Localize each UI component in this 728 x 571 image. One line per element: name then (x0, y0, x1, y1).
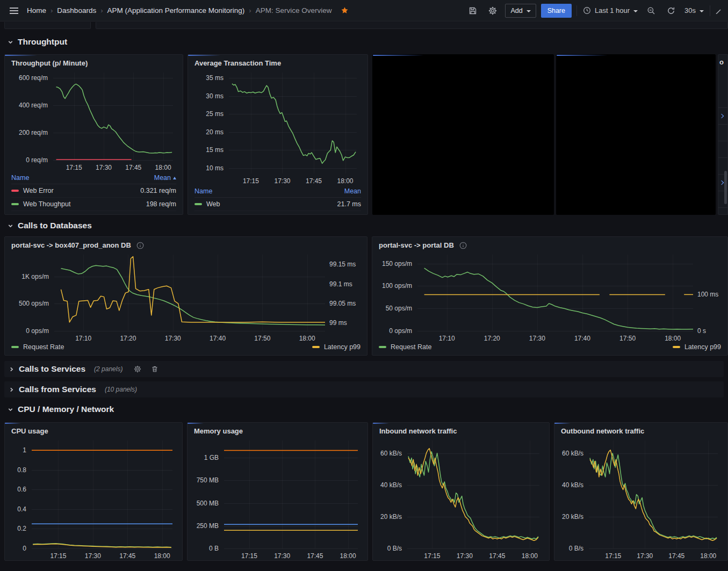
scrollbar-thumb[interactable] (724, 171, 727, 204)
legend-row: Web Error0.321 req/m (11, 184, 176, 198)
series-color-swatch (11, 190, 19, 192)
breadcrumb-home[interactable]: Home (27, 6, 46, 15)
time-series-chart[interactable]: 10 ms15 ms20 ms25 ms30 ms35 ms17:1517:30… (191, 68, 364, 185)
section-header-cpu-memory-network[interactable]: CPU / Memory / Network (8, 403, 114, 416)
section-row-calls-to-services[interactable]: Calls to Services (2 panels) (4, 361, 724, 377)
y-axis-label: 0.2 (8, 525, 26, 532)
legend-header-mean[interactable]: Mean (344, 187, 361, 195)
section-header-throughput[interactable]: Throughtput (8, 35, 67, 48)
zoom-out-icon[interactable] (644, 3, 659, 18)
row-settings-gear-icon[interactable] (131, 363, 144, 375)
section-row-calls-from-services[interactable]: Calls from Services (10 panels) (4, 381, 724, 397)
y-axis-label: 750 MB (191, 476, 219, 484)
refresh-interval-picker[interactable]: 30s (683, 6, 705, 15)
y-axis-label: 0.6 (8, 486, 26, 493)
link-fragment-icon (719, 180, 724, 185)
legend-header-name[interactable]: Name (11, 174, 29, 182)
gridline (54, 331, 325, 331)
x-axis-label: 18:00 (299, 335, 315, 342)
x-axis-label: 17:30 (274, 177, 290, 185)
x-axis-label: 18:00 (700, 552, 716, 560)
chart-canvas[interactable] (54, 255, 325, 331)
share-button[interactable]: Share (541, 4, 572, 18)
nav-actions: Add Share Last 1 hour 30s (465, 3, 722, 18)
save-dashboard-icon[interactable] (465, 3, 480, 18)
x-axis-label: 18:00 (340, 552, 356, 560)
time-series-chart[interactable]: 0 ops/m500 ops/m1K ops/m99 ms99.05 ms99.… (8, 250, 364, 343)
time-range-picker[interactable]: Last 1 hour (582, 6, 639, 15)
panel-title[interactable]: portal-svc -> box407_prod_anon DB (5, 237, 367, 250)
x-axis-label: 17:30 (457, 552, 473, 560)
y-axis-label: 60 kB/s (558, 450, 583, 457)
series-line-Web Thoughput (56, 84, 172, 153)
time-series-chart[interactable]: 0 req/m200 req/m400 req/m600 req/m17:151… (8, 68, 179, 172)
info-icon[interactable] (459, 242, 467, 249)
info-icon[interactable] (136, 242, 144, 249)
section-title: Calls to Services (19, 364, 85, 374)
panel-title[interactable]: Memory usage (188, 423, 367, 436)
y-axis-label: 20 kB/s (558, 513, 583, 521)
time-series-chart[interactable]: 0 B/s20 kB/s40 kB/s60 kB/s17:1517:3017:4… (558, 436, 724, 560)
row-delete-trash-icon[interactable] (148, 363, 161, 375)
legend-series-name[interactable]: Web (206, 200, 220, 208)
chart-canvas[interactable] (53, 73, 173, 160)
legend-item-latency-p99[interactable]: Latency p99 (312, 343, 361, 351)
time-series-chart[interactable]: 0 ops/m50 ops/m100 ops/m150 ops/m100 ms0… (376, 250, 724, 343)
panel-title[interactable]: Average Transaction Time (188, 55, 367, 68)
y-axis-label: 99.05 ms (329, 300, 356, 307)
panel-blank-blackout[interactable] (556, 54, 716, 215)
legend-header-name[interactable]: Name (194, 187, 212, 195)
legend-item-latency-p99[interactable]: Latency p99 (673, 343, 721, 351)
grafana-dashboard: Home › Dashboards › APM (Application Per… (0, 0, 728, 571)
panel-title[interactable]: Throughput (p/ Minute) (5, 55, 183, 68)
legend-label: Request Rate (23, 343, 64, 351)
panel-title[interactable]: Inbound network traffic (373, 423, 549, 436)
x-axis-label: 17:45 (306, 177, 322, 185)
breadcrumb-folder[interactable]: APM (Application Performance Monitoring) (107, 6, 245, 15)
time-series-chart[interactable]: 00.20.40.60.8117:1517:3017:4518:00 (8, 436, 179, 560)
add-button[interactable]: Add (505, 4, 536, 18)
legend-item-request-rate[interactable]: Request Rate (379, 343, 431, 351)
legend-series-name[interactable]: Web Thoughput (23, 200, 71, 208)
breadcrumb-dashboards[interactable]: Dashboards (57, 6, 96, 15)
legend-series-name[interactable]: Web Error (23, 187, 54, 194)
menu-icon[interactable] (6, 3, 21, 18)
chart-canvas[interactable] (224, 440, 358, 548)
legend-item-request-rate[interactable]: Request Rate (11, 343, 64, 351)
panel-blank-blackout[interactable] (372, 54, 554, 215)
legend-label: Request Rate (391, 343, 431, 351)
legend-table: NameMeanWeb Error0.321 req/mWeb Thoughpu… (5, 172, 183, 214)
chevron-right-icon (9, 387, 15, 393)
clipped-toolbar-icon[interactable] (715, 8, 722, 14)
chart-canvas[interactable] (589, 440, 718, 548)
add-button-label: Add (510, 7, 522, 15)
chart-canvas[interactable] (229, 73, 357, 174)
y-axis-label: 99.15 ms (329, 261, 356, 268)
section-header-calls-to-databases[interactable]: Calls to Databases (8, 219, 92, 232)
time-series-chart[interactable]: 0 B250 MB500 MB750 MB1 GB17:1517:3017:45… (191, 436, 364, 560)
legend-row: Web21.7 ms (194, 198, 361, 211)
legend-row-fragment (718, 108, 727, 125)
panel-title[interactable]: portal-svc -> portal DB (372, 237, 727, 250)
breadcrumb-separator: › (249, 6, 251, 15)
series-line-rx-green (408, 452, 538, 539)
dashboard-settings-gear-icon[interactable] (485, 3, 500, 18)
panel-title[interactable]: CPU usage (5, 423, 182, 436)
caret-down-icon (527, 10, 531, 15)
x-axis-label: 17:30 (637, 552, 653, 560)
time-series-chart[interactable]: 0 B/s20 kB/s40 kB/s60 kB/s17:1517:3017:4… (376, 436, 546, 560)
favorite-star-icon[interactable] (337, 3, 352, 18)
legend-header-mean[interactable]: Mean (154, 174, 171, 182)
refresh-icon[interactable] (664, 3, 679, 18)
chart-canvas[interactable] (407, 440, 539, 548)
link-fragment-icon (719, 114, 724, 118)
panel-loading-indicator (373, 423, 389, 424)
section-title: Throughtput (18, 37, 67, 47)
chart-canvas[interactable] (417, 255, 693, 331)
panel-title[interactable]: Outbound network traffic (554, 423, 727, 436)
chevron-down-icon (8, 223, 13, 229)
series-line-Latency p99 (61, 257, 325, 322)
chart-canvas[interactable] (32, 440, 172, 548)
y-axis-label: 0 (8, 545, 26, 552)
y-axis-label: 0 s (697, 327, 706, 335)
